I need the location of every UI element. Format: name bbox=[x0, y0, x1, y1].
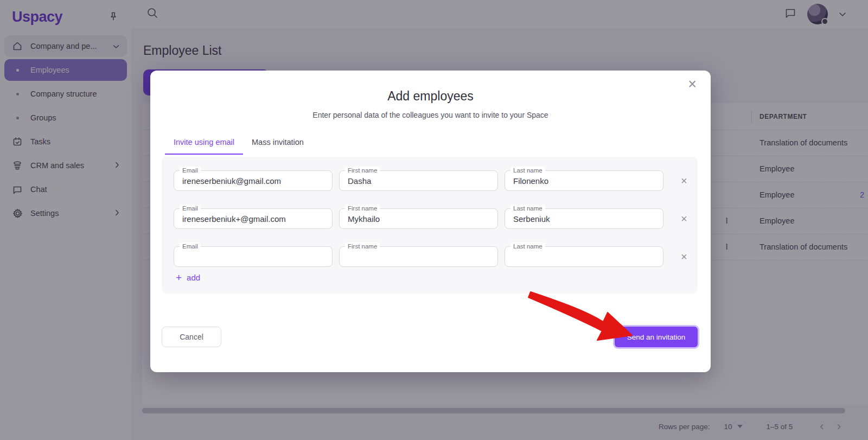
last-name-input[interactable] bbox=[506, 247, 662, 266]
invite-row: Email First name Last name × bbox=[174, 208, 698, 229]
last-name-field: Last name bbox=[505, 246, 663, 267]
invite-form-panel: Email First name Last name × Email bbox=[162, 157, 698, 294]
cancel-button[interactable]: Cancel bbox=[162, 327, 221, 347]
email-field: Email bbox=[174, 170, 333, 191]
last-name-input[interactable] bbox=[506, 171, 662, 190]
first-name-field: First name bbox=[339, 170, 498, 191]
add-employees-modal: × Add employees Enter personal data of t… bbox=[150, 71, 711, 372]
first-name-input[interactable] bbox=[340, 209, 497, 228]
tab-invite-using-email[interactable]: Invite using email bbox=[165, 132, 243, 155]
send-invitation-button[interactable]: Send an invitation bbox=[615, 327, 698, 347]
remove-row-icon[interactable]: × bbox=[681, 213, 687, 224]
plus-icon: + bbox=[176, 272, 182, 283]
last-name-field: Last name bbox=[505, 170, 663, 191]
invite-row: Email First name Last name × bbox=[174, 170, 698, 191]
first-name-input[interactable] bbox=[340, 247, 497, 266]
email-field: Email bbox=[174, 208, 333, 229]
email-input[interactable] bbox=[175, 247, 331, 266]
remove-row-icon[interactable]: × bbox=[681, 251, 687, 262]
screen: Uspacy Company and pe... Emplo bbox=[0, 0, 868, 440]
modal-tabs: Invite using email Mass invitation bbox=[150, 132, 711, 155]
add-row-label: add bbox=[187, 273, 200, 282]
first-name-field: First name bbox=[339, 208, 498, 229]
last-name-input[interactable] bbox=[506, 209, 662, 228]
tab-mass-invitation[interactable]: Mass invitation bbox=[243, 132, 312, 155]
modal-subtitle: Enter personal data of the colleagues yo… bbox=[150, 111, 711, 119]
email-field: Email bbox=[174, 246, 333, 267]
first-name-input[interactable] bbox=[340, 171, 497, 190]
email-input[interactable] bbox=[175, 209, 331, 228]
invite-row: Email First name Last name × bbox=[174, 246, 698, 267]
email-input[interactable] bbox=[175, 171, 331, 190]
close-icon[interactable]: × bbox=[688, 77, 697, 92]
last-name-field: Last name bbox=[505, 208, 663, 229]
modal-title: Add employees bbox=[150, 89, 711, 104]
add-row-button[interactable]: + add bbox=[176, 272, 200, 283]
first-name-field: First name bbox=[339, 246, 498, 267]
remove-row-icon[interactable]: × bbox=[681, 175, 687, 186]
